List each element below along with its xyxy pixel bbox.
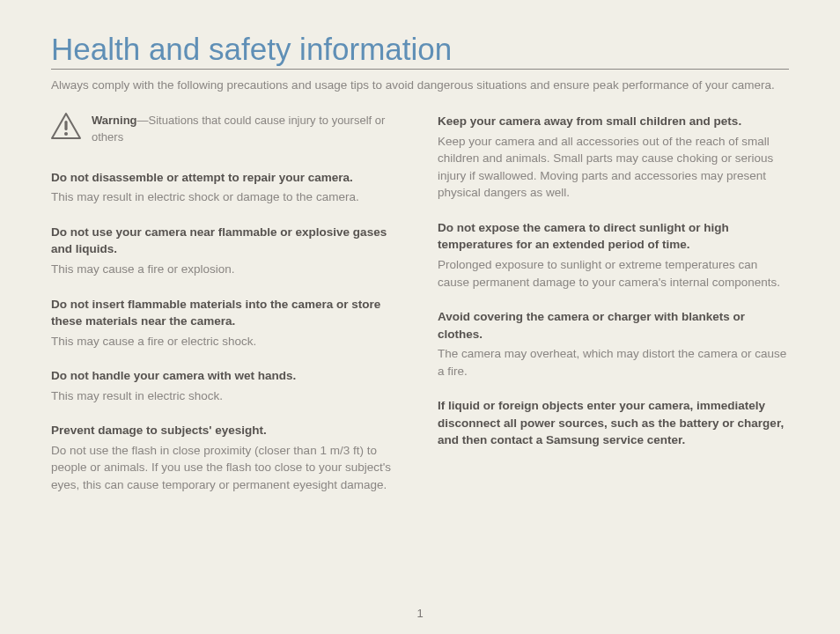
- intro-text: Always comply with the following precaut…: [51, 78, 789, 92]
- block-body: Prolonged exposure to sunlight or extrem…: [438, 256, 789, 291]
- block-body: This may cause a fire or electric shock.: [51, 333, 402, 350]
- block-heading: Keep your camera away from small childre…: [438, 113, 789, 130]
- svg-point-2: [64, 132, 68, 136]
- safety-block: If liquid or foreign objects enter your …: [438, 397, 789, 449]
- safety-block: Do not use your camera near flammable or…: [51, 224, 402, 278]
- content-columns: Warning—Situations that could cause inju…: [51, 113, 789, 512]
- block-heading: Do not insert flammable materials into t…: [51, 296, 402, 330]
- block-heading: Do not disassemble or attempt to repair …: [51, 169, 402, 187]
- left-column: Warning—Situations that could cause inju…: [51, 113, 402, 512]
- block-heading: Prevent damage to subjects' eyesight.: [51, 422, 402, 439]
- block-body: Keep your camera and all accessories out…: [438, 133, 789, 202]
- warning-label: Warning: [92, 114, 137, 127]
- warning-icon: [51, 113, 81, 139]
- block-body: This may cause a fire or explosion.: [51, 261, 402, 278]
- svg-rect-1: [64, 121, 67, 130]
- block-heading: Do not expose the camera to direct sunli…: [438, 219, 789, 254]
- page-title: Health and safety information: [51, 32, 789, 70]
- safety-block: Avoid covering the camera or charger wit…: [438, 308, 789, 380]
- safety-block: Keep your camera away from small childre…: [438, 113, 789, 202]
- safety-block: Prevent damage to subjects' eyesight. Do…: [51, 422, 402, 493]
- block-body: This may result in electric shock.: [51, 387, 402, 405]
- block-heading: If liquid or foreign objects enter your …: [438, 397, 789, 449]
- warning-text: Warning—Situations that could cause inju…: [92, 113, 402, 146]
- right-column: Keep your camera away from small childre…: [438, 113, 789, 512]
- safety-block: Do not disassemble or attempt to repair …: [51, 169, 402, 206]
- warning-callout: Warning—Situations that could cause inju…: [51, 113, 402, 146]
- block-body: Do not use the flash in close proximity …: [51, 442, 402, 494]
- block-heading: Do not use your camera near flammable or…: [51, 224, 402, 258]
- block-body: This may result in electric shock or dam…: [51, 188, 402, 206]
- block-heading: Do not handle your camera with wet hands…: [51, 367, 402, 385]
- safety-block: Do not expose the camera to direct sunli…: [438, 219, 789, 291]
- safety-block: Do not handle your camera with wet hands…: [51, 367, 402, 404]
- page-number: 1: [0, 607, 840, 620]
- block-heading: Avoid covering the camera or charger wit…: [438, 308, 789, 343]
- safety-block: Do not insert flammable materials into t…: [51, 296, 402, 350]
- block-body: The camera may overheat, which may disto…: [438, 345, 789, 380]
